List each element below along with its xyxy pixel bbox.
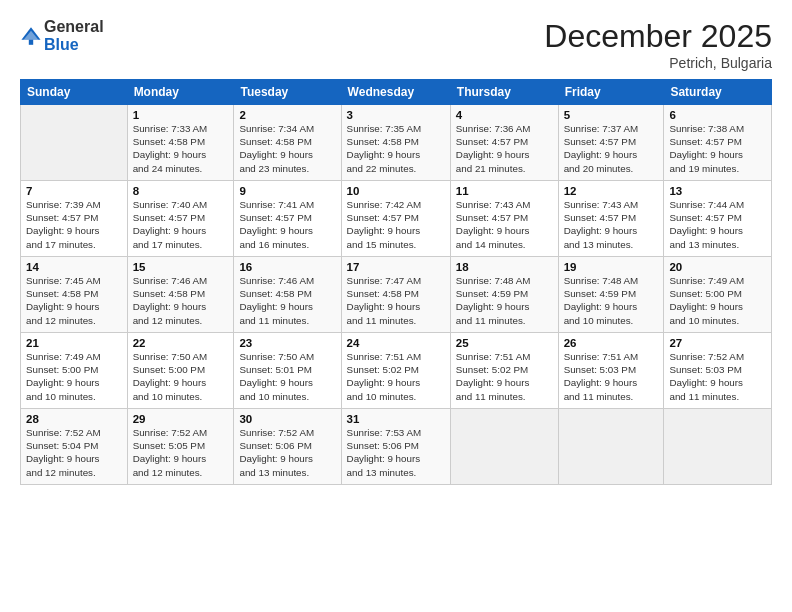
day-number: 15 [133,261,229,273]
calendar-cell: 16Sunrise: 7:46 AM Sunset: 4:58 PM Dayli… [234,257,341,333]
day-info: Sunrise: 7:38 AM Sunset: 4:57 PM Dayligh… [669,122,766,175]
day-info: Sunrise: 7:46 AM Sunset: 4:58 PM Dayligh… [239,274,335,327]
day-info: Sunrise: 7:50 AM Sunset: 5:01 PM Dayligh… [239,350,335,403]
day-info: Sunrise: 7:52 AM Sunset: 5:03 PM Dayligh… [669,350,766,403]
calendar-cell: 6Sunrise: 7:38 AM Sunset: 4:57 PM Daylig… [664,105,772,181]
day-info: Sunrise: 7:50 AM Sunset: 5:00 PM Dayligh… [133,350,229,403]
calendar-cell: 22Sunrise: 7:50 AM Sunset: 5:00 PM Dayli… [127,333,234,409]
day-info: Sunrise: 7:43 AM Sunset: 4:57 PM Dayligh… [456,198,553,251]
day-info: Sunrise: 7:46 AM Sunset: 4:58 PM Dayligh… [133,274,229,327]
day-info: Sunrise: 7:52 AM Sunset: 5:06 PM Dayligh… [239,426,335,479]
month-title: December 2025 [544,18,772,55]
calendar-cell [664,409,772,485]
day-info: Sunrise: 7:44 AM Sunset: 4:57 PM Dayligh… [669,198,766,251]
day-number: 16 [239,261,335,273]
day-number: 10 [347,185,445,197]
day-info: Sunrise: 7:42 AM Sunset: 4:57 PM Dayligh… [347,198,445,251]
day-number: 31 [347,413,445,425]
calendar-cell: 14Sunrise: 7:45 AM Sunset: 4:58 PM Dayli… [21,257,128,333]
day-number: 4 [456,109,553,121]
day-number: 17 [347,261,445,273]
day-number: 24 [347,337,445,349]
day-number: 7 [26,185,122,197]
calendar-cell: 1Sunrise: 7:33 AM Sunset: 4:58 PM Daylig… [127,105,234,181]
calendar-cell: 4Sunrise: 7:36 AM Sunset: 4:57 PM Daylig… [450,105,558,181]
day-number: 22 [133,337,229,349]
day-info: Sunrise: 7:37 AM Sunset: 4:57 PM Dayligh… [564,122,659,175]
calendar-cell [450,409,558,485]
calendar-cell: 15Sunrise: 7:46 AM Sunset: 4:58 PM Dayli… [127,257,234,333]
day-info: Sunrise: 7:51 AM Sunset: 5:03 PM Dayligh… [564,350,659,403]
weekday-header-sunday: Sunday [21,80,128,105]
day-number: 30 [239,413,335,425]
day-info: Sunrise: 7:34 AM Sunset: 4:58 PM Dayligh… [239,122,335,175]
calendar-table: SundayMondayTuesdayWednesdayThursdayFrid… [20,79,772,485]
day-info: Sunrise: 7:43 AM Sunset: 4:57 PM Dayligh… [564,198,659,251]
calendar-cell: 19Sunrise: 7:48 AM Sunset: 4:59 PM Dayli… [558,257,664,333]
weekday-header-wednesday: Wednesday [341,80,450,105]
day-info: Sunrise: 7:40 AM Sunset: 4:57 PM Dayligh… [133,198,229,251]
day-number: 8 [133,185,229,197]
day-number: 5 [564,109,659,121]
day-number: 29 [133,413,229,425]
calendar-cell: 10Sunrise: 7:42 AM Sunset: 4:57 PM Dayli… [341,181,450,257]
calendar-cell: 27Sunrise: 7:52 AM Sunset: 5:03 PM Dayli… [664,333,772,409]
day-number: 27 [669,337,766,349]
day-number: 19 [564,261,659,273]
calendar-cell: 31Sunrise: 7:53 AM Sunset: 5:06 PM Dayli… [341,409,450,485]
day-number: 6 [669,109,766,121]
calendar-cell: 7Sunrise: 7:39 AM Sunset: 4:57 PM Daylig… [21,181,128,257]
calendar-cell: 30Sunrise: 7:52 AM Sunset: 5:06 PM Dayli… [234,409,341,485]
day-number: 13 [669,185,766,197]
day-info: Sunrise: 7:35 AM Sunset: 4:58 PM Dayligh… [347,122,445,175]
calendar-cell: 3Sunrise: 7:35 AM Sunset: 4:58 PM Daylig… [341,105,450,181]
page-header: General Blue December 2025 Petrich, Bulg… [20,18,772,71]
calendar-week-2: 7Sunrise: 7:39 AM Sunset: 4:57 PM Daylig… [21,181,772,257]
calendar-week-5: 28Sunrise: 7:52 AM Sunset: 5:04 PM Dayli… [21,409,772,485]
title-block: December 2025 Petrich, Bulgaria [544,18,772,71]
day-info: Sunrise: 7:49 AM Sunset: 5:00 PM Dayligh… [669,274,766,327]
day-info: Sunrise: 7:33 AM Sunset: 4:58 PM Dayligh… [133,122,229,175]
day-number: 14 [26,261,122,273]
location-subtitle: Petrich, Bulgaria [544,55,772,71]
day-number: 25 [456,337,553,349]
calendar-cell: 17Sunrise: 7:47 AM Sunset: 4:58 PM Dayli… [341,257,450,333]
calendar-cell [21,105,128,181]
calendar-cell: 5Sunrise: 7:37 AM Sunset: 4:57 PM Daylig… [558,105,664,181]
calendar-cell: 20Sunrise: 7:49 AM Sunset: 5:00 PM Dayli… [664,257,772,333]
day-number: 11 [456,185,553,197]
calendar-cell: 28Sunrise: 7:52 AM Sunset: 5:04 PM Dayli… [21,409,128,485]
day-number: 3 [347,109,445,121]
svg-rect-3 [29,39,33,44]
day-info: Sunrise: 7:45 AM Sunset: 4:58 PM Dayligh… [26,274,122,327]
day-number: 20 [669,261,766,273]
day-info: Sunrise: 7:39 AM Sunset: 4:57 PM Dayligh… [26,198,122,251]
calendar-cell: 8Sunrise: 7:40 AM Sunset: 4:57 PM Daylig… [127,181,234,257]
day-info: Sunrise: 7:53 AM Sunset: 5:06 PM Dayligh… [347,426,445,479]
weekday-header-monday: Monday [127,80,234,105]
day-number: 18 [456,261,553,273]
calendar-cell: 13Sunrise: 7:44 AM Sunset: 4:57 PM Dayli… [664,181,772,257]
logo-blue-text: Blue [44,36,104,54]
day-number: 23 [239,337,335,349]
day-info: Sunrise: 7:49 AM Sunset: 5:00 PM Dayligh… [26,350,122,403]
calendar-cell: 2Sunrise: 7:34 AM Sunset: 4:58 PM Daylig… [234,105,341,181]
day-info: Sunrise: 7:51 AM Sunset: 5:02 PM Dayligh… [347,350,445,403]
day-number: 28 [26,413,122,425]
day-info: Sunrise: 7:51 AM Sunset: 5:02 PM Dayligh… [456,350,553,403]
calendar-cell: 26Sunrise: 7:51 AM Sunset: 5:03 PM Dayli… [558,333,664,409]
calendar-cell: 11Sunrise: 7:43 AM Sunset: 4:57 PM Dayli… [450,181,558,257]
calendar-week-1: 1Sunrise: 7:33 AM Sunset: 4:58 PM Daylig… [21,105,772,181]
weekday-header-friday: Friday [558,80,664,105]
calendar-week-4: 21Sunrise: 7:49 AM Sunset: 5:00 PM Dayli… [21,333,772,409]
day-info: Sunrise: 7:48 AM Sunset: 4:59 PM Dayligh… [564,274,659,327]
calendar-cell: 23Sunrise: 7:50 AM Sunset: 5:01 PM Dayli… [234,333,341,409]
calendar-cell: 18Sunrise: 7:48 AM Sunset: 4:59 PM Dayli… [450,257,558,333]
calendar-cell: 24Sunrise: 7:51 AM Sunset: 5:02 PM Dayli… [341,333,450,409]
calendar-cell [558,409,664,485]
day-number: 9 [239,185,335,197]
day-number: 12 [564,185,659,197]
calendar-body: 1Sunrise: 7:33 AM Sunset: 4:58 PM Daylig… [21,105,772,485]
day-info: Sunrise: 7:36 AM Sunset: 4:57 PM Dayligh… [456,122,553,175]
calendar-cell: 21Sunrise: 7:49 AM Sunset: 5:00 PM Dayli… [21,333,128,409]
